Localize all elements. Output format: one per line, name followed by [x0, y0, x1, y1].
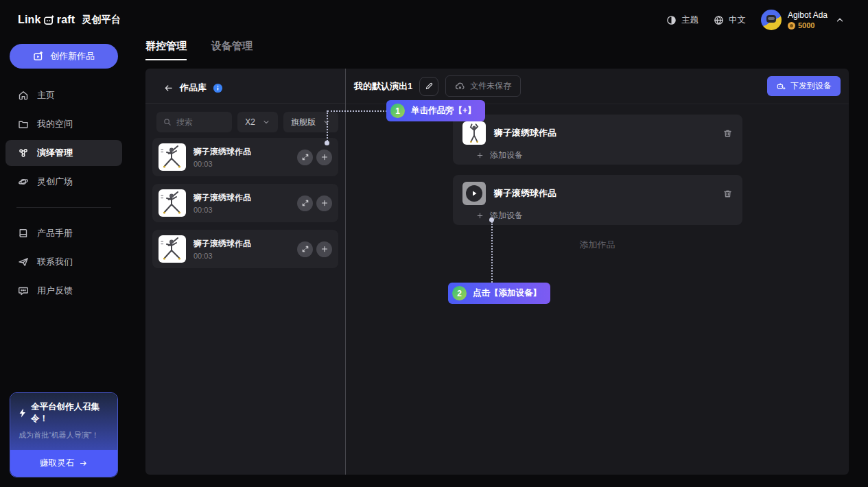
- promo-subtitle: 成为首批“机器人导演”！: [19, 430, 109, 440]
- sidebar-item-plaza[interactable]: 灵创广场: [5, 169, 122, 195]
- work-thumbnail: [159, 235, 186, 263]
- user-menu[interactable]: Agibot Ada 5000: [761, 10, 845, 30]
- sidebar-item-label: 灵创广场: [37, 176, 73, 188]
- home-icon: [18, 90, 29, 101]
- show-canvas: 我的默认演出1 文件未保存 下发到设备: [346, 69, 849, 475]
- promo-cta-label: 赚取灵石: [40, 458, 74, 469]
- deploy-label: 下发到设备: [790, 80, 832, 92]
- trash-icon[interactable]: [723, 128, 733, 139]
- work-thumbnail: [159, 189, 186, 217]
- sidebar-item-performance-management[interactable]: 演绎管理: [5, 140, 122, 166]
- add-to-show-button[interactable]: [316, 195, 332, 211]
- promo-title-text: 全平台创作人召集令！: [31, 401, 109, 425]
- promo-card: 全平台创作人召集令！ 成为首批“机器人导演”！ 赚取灵石: [10, 392, 118, 477]
- sidebar-item-user-feedback[interactable]: 用户反馈: [5, 278, 122, 304]
- add-device-button[interactable]: 添加设备: [476, 150, 733, 161]
- search-icon: [163, 117, 172, 127]
- coin-icon: [788, 22, 795, 29]
- library-item[interactable]: 狮子滚绣球作品 00:03: [152, 230, 338, 268]
- library-title: 作品库: [180, 82, 207, 94]
- arrow-right-icon: [79, 459, 88, 468]
- tooltip-step-2: 2 点击【添加设备】: [448, 283, 550, 304]
- play-icon: [466, 185, 482, 202]
- step-number-badge: 2: [452, 286, 467, 300]
- show-work-card[interactable]: 狮子滚绣球作品 添加设备: [453, 115, 742, 165]
- library-item-list: 狮子滚绣球作品 00:03 狮子滚绣球作品: [145, 132, 345, 268]
- sidebar-nav: 主页 我的空间 演绎管理 灵创广场 产品手册 联系我们: [0, 82, 128, 304]
- connector-line: [491, 222, 493, 283]
- create-work-button[interactable]: 创作新作品: [10, 44, 118, 69]
- top-bar: 主题 中文 Agibot Ada 5000: [128, 0, 868, 40]
- coin-balance: 5000: [798, 21, 814, 29]
- chat-bubble-icon: [18, 285, 29, 296]
- sidebar-item-contact-us[interactable]: 联系我们: [5, 249, 122, 275]
- theme-icon: [666, 15, 677, 25]
- tooltip-step-1: 1 单击作品旁【+】: [386, 100, 485, 121]
- connector-dot: [489, 217, 494, 222]
- work-duration: 00:03: [193, 160, 290, 168]
- show-work-card[interactable]: 狮子滚绣球作品 添加设备: [453, 175, 742, 225]
- search-box: [156, 112, 232, 132]
- tooltip-text: 单击作品旁【+】: [411, 105, 476, 117]
- expand-button[interactable]: [297, 150, 313, 165]
- sidebar-item-label: 我的空间: [37, 118, 73, 130]
- tab-bar: 群控管理 设备管理: [145, 40, 868, 69]
- logo-text-pre: Link: [18, 14, 41, 26]
- deploy-to-devices-button[interactable]: 下发到设备: [767, 76, 841, 96]
- edition-dropdown[interactable]: 旗舰版: [283, 112, 338, 132]
- connector-line: [327, 110, 387, 112]
- robot-logo-icon: [43, 15, 55, 25]
- add-device-label: 添加设备: [490, 150, 523, 161]
- library-item[interactable]: 狮子滚绣球作品 00:03: [152, 184, 338, 222]
- sidebar-item-label: 主页: [37, 89, 55, 102]
- sidebar-item-label: 产品手册: [37, 227, 73, 239]
- add-device-label: 添加设备: [490, 210, 523, 222]
- work-duration: 00:03: [193, 252, 290, 260]
- avatar: [761, 10, 782, 30]
- expand-button[interactable]: [297, 241, 313, 257]
- create-icon: [33, 51, 44, 62]
- tab-group-control[interactable]: 群控管理: [145, 40, 187, 60]
- add-to-show-button[interactable]: [316, 241, 332, 257]
- tooltip-text: 点击【添加设备】: [473, 287, 541, 299]
- trash-icon[interactable]: [723, 189, 733, 199]
- tab-device-management[interactable]: 设备管理: [211, 40, 253, 60]
- works-library-panel: 作品库 X2 旗舰版: [145, 69, 346, 475]
- sidebar-item-home[interactable]: 主页: [5, 82, 122, 108]
- language-label: 中文: [729, 14, 746, 26]
- planet-icon: [18, 176, 29, 187]
- paper-plane-icon: [18, 257, 29, 268]
- create-label: 创作新作品: [50, 50, 95, 62]
- cloud-offline-icon: [455, 81, 465, 91]
- sidebar-item-label: 演绎管理: [37, 147, 73, 159]
- library-item[interactable]: 狮子滚绣球作品 00:03: [152, 138, 338, 176]
- add-work-hint: 添加作品: [346, 239, 849, 251]
- add-device-button[interactable]: 添加设备: [476, 210, 733, 222]
- info-icon[interactable]: [213, 83, 223, 93]
- connector-dot: [325, 141, 329, 145]
- logo-suffix: 灵创平台: [82, 14, 121, 26]
- work-title: 狮子滚绣球作品: [494, 187, 556, 200]
- expand-button[interactable]: [297, 195, 313, 211]
- lightning-icon: [19, 408, 27, 418]
- robot-deploy-icon: [776, 82, 786, 91]
- sidebar-item-product-manual[interactable]: 产品手册: [5, 220, 122, 246]
- theme-toggle[interactable]: 主题: [666, 14, 699, 26]
- earn-gems-button[interactable]: 赚取灵石: [10, 450, 117, 477]
- edit-title-button[interactable]: [419, 77, 438, 96]
- speed-dropdown[interactable]: X2: [237, 112, 278, 132]
- work-title: 狮子滚绣球作品: [193, 146, 290, 158]
- chevron-down-icon: [262, 118, 270, 126]
- add-to-show-button[interactable]: [316, 150, 332, 165]
- sidebar-item-my-space[interactable]: 我的空间: [5, 111, 122, 137]
- connector-line: [327, 110, 328, 141]
- content-panel: 作品库 X2 旗舰版: [145, 69, 849, 475]
- search-input[interactable]: [176, 117, 226, 127]
- back-button[interactable]: [163, 83, 174, 93]
- promo-body: 全平台创作人召集令！ 成为首批“机器人导演”！: [10, 393, 117, 450]
- step-number-badge: 1: [390, 104, 405, 118]
- work-duration: 00:03: [193, 206, 290, 214]
- save-status-badge: 文件未保存: [445, 75, 521, 97]
- theme-label: 主题: [681, 14, 699, 26]
- language-switcher[interactable]: 中文: [714, 14, 746, 26]
